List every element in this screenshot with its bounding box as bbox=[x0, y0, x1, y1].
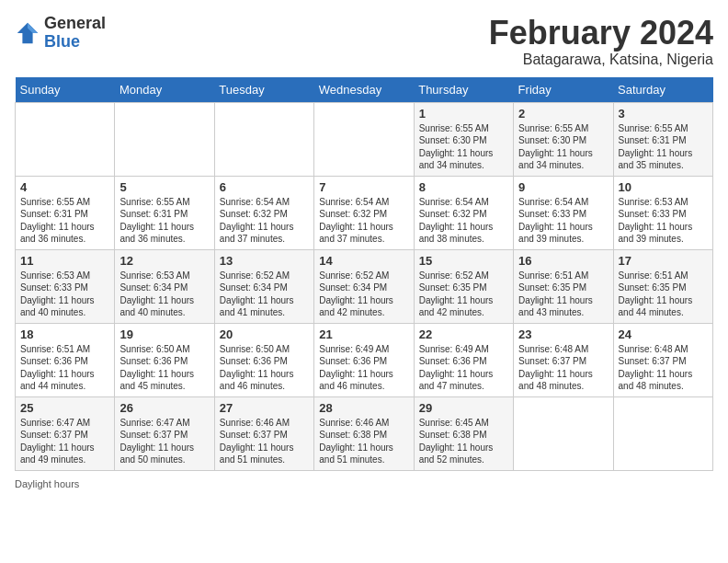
day-number: 23 bbox=[518, 327, 608, 341]
day-info: Sunrise: 6:48 AM Sunset: 6:37 PM Dayligh… bbox=[518, 343, 608, 393]
day-number: 24 bbox=[619, 327, 708, 341]
day-info: Sunrise: 6:47 AM Sunset: 6:37 PM Dayligh… bbox=[20, 417, 109, 466]
day-number: 16 bbox=[518, 254, 608, 268]
day-number: 14 bbox=[319, 254, 408, 268]
day-cell bbox=[514, 396, 613, 470]
day-cell: 17Sunrise: 6:51 AM Sunset: 6:35 PM Dayli… bbox=[613, 249, 712, 323]
footer-text: Daylight hours bbox=[15, 478, 79, 489]
header-cell-thursday: Thursday bbox=[414, 77, 513, 103]
day-cell: 1Sunrise: 6:55 AM Sunset: 6:30 PM Daylig… bbox=[414, 102, 513, 176]
day-cell: 5Sunrise: 6:55 AM Sunset: 6:31 PM Daylig… bbox=[115, 176, 214, 249]
day-cell: 19Sunrise: 6:50 AM Sunset: 6:36 PM Dayli… bbox=[115, 323, 214, 396]
day-cell: 18Sunrise: 6:51 AM Sunset: 6:36 PM Dayli… bbox=[16, 323, 115, 396]
day-number: 19 bbox=[119, 327, 209, 341]
day-number: 17 bbox=[619, 254, 708, 268]
day-number: 7 bbox=[319, 180, 408, 194]
day-cell: 23Sunrise: 6:48 AM Sunset: 6:37 PM Dayli… bbox=[514, 323, 613, 396]
page-header: General Blue February 2024 Batagarawa, K… bbox=[15, 15, 713, 68]
day-info: Sunrise: 6:54 AM Sunset: 6:32 PM Dayligh… bbox=[220, 196, 309, 246]
day-cell: 22Sunrise: 6:49 AM Sunset: 6:36 PM Dayli… bbox=[414, 323, 513, 396]
day-cell: 12Sunrise: 6:53 AM Sunset: 6:34 PM Dayli… bbox=[115, 249, 214, 323]
day-number: 3 bbox=[619, 107, 708, 121]
day-number: 26 bbox=[119, 401, 209, 415]
day-cell bbox=[115, 102, 214, 176]
day-cell: 27Sunrise: 6:46 AM Sunset: 6:37 PM Dayli… bbox=[214, 396, 313, 470]
day-cell: 9Sunrise: 6:54 AM Sunset: 6:33 PM Daylig… bbox=[514, 176, 613, 249]
day-cell: 4Sunrise: 6:55 AM Sunset: 6:31 PM Daylig… bbox=[16, 176, 115, 249]
day-cell: 8Sunrise: 6:54 AM Sunset: 6:32 PM Daylig… bbox=[414, 176, 513, 249]
day-info: Sunrise: 6:52 AM Sunset: 6:35 PM Dayligh… bbox=[419, 270, 508, 319]
day-info: Sunrise: 6:54 AM Sunset: 6:33 PM Dayligh… bbox=[518, 196, 608, 246]
header-cell-friday: Friday bbox=[514, 77, 613, 103]
day-number: 9 bbox=[518, 180, 608, 194]
logo-general: General bbox=[44, 15, 106, 33]
header-cell-monday: Monday bbox=[115, 77, 214, 103]
day-number: 1 bbox=[419, 107, 508, 121]
calendar-table: SundayMondayTuesdayWednesdayThursdayFrid… bbox=[15, 77, 713, 471]
day-cell: 11Sunrise: 6:53 AM Sunset: 6:33 PM Dayli… bbox=[16, 249, 115, 323]
day-info: Sunrise: 6:46 AM Sunset: 6:37 PM Dayligh… bbox=[220, 417, 309, 466]
day-number: 18 bbox=[20, 327, 109, 341]
day-cell: 28Sunrise: 6:46 AM Sunset: 6:38 PM Dayli… bbox=[314, 396, 414, 470]
day-info: Sunrise: 6:53 AM Sunset: 6:34 PM Dayligh… bbox=[119, 270, 209, 319]
day-info: Sunrise: 6:48 AM Sunset: 6:37 PM Dayligh… bbox=[619, 343, 708, 393]
day-cell: 20Sunrise: 6:50 AM Sunset: 6:36 PM Dayli… bbox=[214, 323, 313, 396]
footer: Daylight hours bbox=[15, 478, 713, 489]
day-info: Sunrise: 6:50 AM Sunset: 6:36 PM Dayligh… bbox=[220, 343, 309, 393]
day-info: Sunrise: 6:55 AM Sunset: 6:30 PM Dayligh… bbox=[518, 122, 608, 172]
day-number: 8 bbox=[419, 180, 508, 194]
header-cell-tuesday: Tuesday bbox=[214, 77, 313, 103]
logo-blue: Blue bbox=[44, 33, 106, 52]
day-number: 10 bbox=[619, 180, 708, 194]
header-row: SundayMondayTuesdayWednesdayThursdayFrid… bbox=[16, 77, 713, 103]
day-cell bbox=[214, 102, 313, 176]
day-cell bbox=[16, 102, 115, 176]
day-cell: 10Sunrise: 6:53 AM Sunset: 6:33 PM Dayli… bbox=[613, 176, 712, 249]
day-info: Sunrise: 6:47 AM Sunset: 6:37 PM Dayligh… bbox=[119, 417, 209, 466]
day-cell: 25Sunrise: 6:47 AM Sunset: 6:37 PM Dayli… bbox=[16, 396, 115, 470]
week-row-2: 4Sunrise: 6:55 AM Sunset: 6:31 PM Daylig… bbox=[16, 176, 713, 249]
day-number: 22 bbox=[419, 327, 508, 341]
day-number: 11 bbox=[20, 254, 109, 268]
day-cell bbox=[613, 396, 712, 470]
day-info: Sunrise: 6:55 AM Sunset: 6:30 PM Dayligh… bbox=[419, 122, 508, 172]
day-info: Sunrise: 6:50 AM Sunset: 6:36 PM Dayligh… bbox=[119, 343, 209, 393]
week-row-5: 25Sunrise: 6:47 AM Sunset: 6:37 PM Dayli… bbox=[16, 396, 713, 470]
day-info: Sunrise: 6:55 AM Sunset: 6:31 PM Dayligh… bbox=[619, 122, 708, 172]
day-info: Sunrise: 6:52 AM Sunset: 6:34 PM Dayligh… bbox=[220, 270, 309, 319]
day-info: Sunrise: 6:55 AM Sunset: 6:31 PM Dayligh… bbox=[20, 196, 109, 246]
day-info: Sunrise: 6:51 AM Sunset: 6:35 PM Dayligh… bbox=[619, 270, 708, 319]
header-cell-saturday: Saturday bbox=[613, 77, 712, 103]
day-info: Sunrise: 6:54 AM Sunset: 6:32 PM Dayligh… bbox=[419, 196, 508, 246]
day-info: Sunrise: 6:49 AM Sunset: 6:36 PM Dayligh… bbox=[319, 343, 408, 393]
day-cell: 26Sunrise: 6:47 AM Sunset: 6:37 PM Dayli… bbox=[115, 396, 214, 470]
day-info: Sunrise: 6:53 AM Sunset: 6:33 PM Dayligh… bbox=[20, 270, 109, 319]
calendar-body: 1Sunrise: 6:55 AM Sunset: 6:30 PM Daylig… bbox=[16, 102, 713, 470]
day-number: 5 bbox=[119, 180, 209, 194]
day-cell: 24Sunrise: 6:48 AM Sunset: 6:37 PM Dayli… bbox=[613, 323, 712, 396]
day-cell: 15Sunrise: 6:52 AM Sunset: 6:35 PM Dayli… bbox=[414, 249, 513, 323]
day-cell: 16Sunrise: 6:51 AM Sunset: 6:35 PM Dayli… bbox=[514, 249, 613, 323]
week-row-1: 1Sunrise: 6:55 AM Sunset: 6:30 PM Daylig… bbox=[16, 102, 713, 176]
week-row-4: 18Sunrise: 6:51 AM Sunset: 6:36 PM Dayli… bbox=[16, 323, 713, 396]
week-row-3: 11Sunrise: 6:53 AM Sunset: 6:33 PM Dayli… bbox=[16, 249, 713, 323]
day-info: Sunrise: 6:46 AM Sunset: 6:38 PM Dayligh… bbox=[319, 417, 408, 466]
day-info: Sunrise: 6:53 AM Sunset: 6:33 PM Dayligh… bbox=[619, 196, 708, 246]
day-number: 6 bbox=[220, 180, 309, 194]
day-number: 15 bbox=[419, 254, 508, 268]
day-cell: 3Sunrise: 6:55 AM Sunset: 6:31 PM Daylig… bbox=[613, 102, 712, 176]
day-number: 27 bbox=[220, 401, 309, 415]
day-cell bbox=[314, 102, 414, 176]
day-info: Sunrise: 6:49 AM Sunset: 6:36 PM Dayligh… bbox=[419, 343, 508, 393]
main-title: February 2024 bbox=[489, 15, 713, 52]
day-cell: 14Sunrise: 6:52 AM Sunset: 6:34 PM Dayli… bbox=[314, 249, 414, 323]
day-number: 13 bbox=[220, 254, 309, 268]
day-info: Sunrise: 6:54 AM Sunset: 6:32 PM Dayligh… bbox=[319, 196, 408, 246]
day-cell: 2Sunrise: 6:55 AM Sunset: 6:30 PM Daylig… bbox=[514, 102, 613, 176]
day-cell: 6Sunrise: 6:54 AM Sunset: 6:32 PM Daylig… bbox=[214, 176, 313, 249]
day-number: 28 bbox=[319, 401, 408, 415]
day-number: 25 bbox=[20, 401, 109, 415]
day-info: Sunrise: 6:51 AM Sunset: 6:36 PM Dayligh… bbox=[20, 343, 109, 393]
day-number: 21 bbox=[319, 327, 408, 341]
logo: General Blue bbox=[15, 15, 106, 52]
